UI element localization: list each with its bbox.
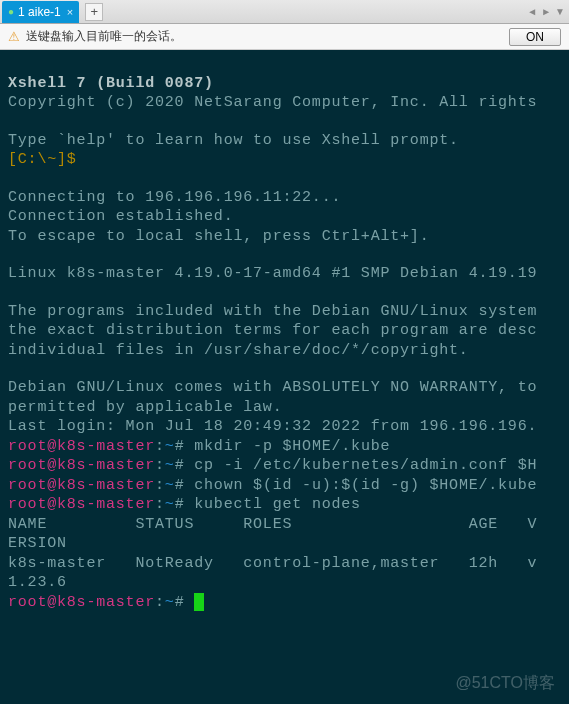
- warranty-line-2: permitted by applicable law.: [8, 399, 282, 416]
- cursor: [194, 593, 204, 611]
- info-bar-message: 送键盘输入目前唯一的会话。: [26, 28, 503, 45]
- debian-line-1: The programs included with the Debian GN…: [8, 303, 537, 320]
- close-icon[interactable]: ×: [67, 6, 73, 18]
- tab-label: 1 aike-1: [18, 5, 61, 19]
- help-line: Type `help' to learn how to use Xshell p…: [8, 132, 459, 149]
- tab-next-icon[interactable]: ►: [541, 6, 551, 17]
- add-tab-button[interactable]: +: [85, 3, 103, 21]
- copyright: Copyright (c) 2020 NetSarang Computer, I…: [8, 94, 537, 111]
- info-bar: ⚠ 送键盘输入目前唯一的会话。 ON: [0, 24, 569, 50]
- table-row: k8s-master NotReady control-plane,master…: [8, 555, 537, 572]
- debian-line-3: individual files in /usr/share/doc/*/cop…: [8, 342, 469, 359]
- tab-nav: ◄ ► ▼: [527, 6, 565, 17]
- tab-active[interactable]: ● 1 aike-1 ×: [2, 1, 79, 23]
- watermark: @51CTO博客: [455, 673, 555, 694]
- plus-icon: +: [90, 5, 98, 18]
- escape-line: To escape to local shell, press Ctrl+Alt…: [8, 228, 429, 245]
- last-login: Last login: Mon Jul 18 20:49:32 2022 fro…: [8, 418, 537, 435]
- terminal[interactable]: Xshell 7 (Build 0087) Copyright (c) 2020…: [0, 50, 569, 704]
- cmd-1: mkdir -p $HOME/.kube: [194, 438, 390, 455]
- warning-icon: ⚠: [8, 29, 20, 44]
- cmd-3: chown $(id -u):$(id -g) $HOME/.kube: [194, 477, 537, 494]
- cmd-4: kubectl get nodes: [194, 496, 361, 513]
- tab-status-dot: ●: [8, 6, 14, 17]
- on-button[interactable]: ON: [509, 28, 561, 46]
- established-line: Connection established.: [8, 208, 233, 225]
- prompt-root: root@k8s-master: [8, 438, 155, 455]
- table-header-wrap: ERSION: [8, 535, 67, 552]
- table-row-wrap: 1.23.6: [8, 574, 67, 591]
- debian-line-2: the exact distribution terms for each pr…: [8, 322, 537, 339]
- tab-menu-icon[interactable]: ▼: [555, 6, 565, 17]
- terminal-title: Xshell 7 (Build 0087): [8, 75, 214, 92]
- warranty-line-1: Debian GNU/Linux comes with ABSOLUTELY N…: [8, 379, 537, 396]
- table-header: NAME STATUS ROLES AGE V: [8, 516, 537, 533]
- connecting-line: Connecting to 196.196.196.11:22...: [8, 189, 341, 206]
- cmd-2: cp -i /etc/kubernetes/admin.conf $H: [194, 457, 537, 474]
- tab-bar: ● 1 aike-1 × + ◄ ► ▼: [0, 0, 569, 24]
- tab-prev-icon[interactable]: ◄: [527, 6, 537, 17]
- local-prompt: [C:\~]$: [8, 151, 77, 168]
- uname-line: Linux k8s-master 4.19.0-17-amd64 #1 SMP …: [8, 265, 537, 282]
